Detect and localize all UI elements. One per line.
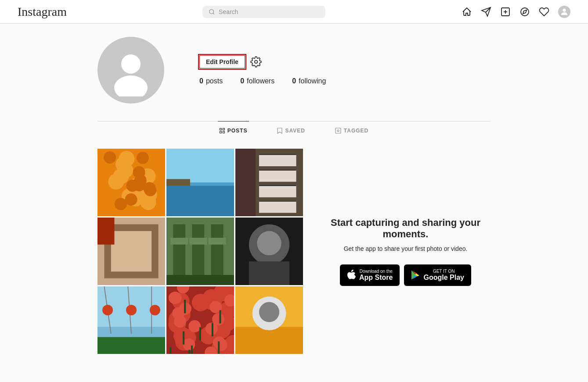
profile-main: POSTS SAVED TAGGED Start capturing and s… [89,121,499,354]
user-avatar[interactable] [558,6,570,18]
followers-count: 0 [240,77,244,85]
svg-rect-16 [220,132,221,133]
photo-6[interactable] [97,286,165,354]
cta-section: Start capturing and sharing your moments… [321,149,491,354]
svg-marker-8 [523,10,527,13]
search-icon [209,8,215,15]
posts-stat[interactable]: 0 posts [199,77,223,85]
following-label: following [299,77,326,85]
appstore-button[interactable]: Download on the App Store [340,264,400,286]
nav-icons [462,6,570,18]
photo-3[interactable] [97,218,165,285]
apple-icon [347,270,356,280]
svg-line-1 [213,13,215,14]
googleplay-big-text: Google Play [423,274,464,282]
photo-7[interactable] [166,286,234,354]
tab-saved[interactable]: SAVED [275,121,307,140]
photo-5[interactable] [235,218,303,285]
settings-button[interactable] [250,56,262,68]
grid-icon [220,128,225,133]
svg-point-0 [209,9,214,14]
posts-tab-label: POSTS [227,128,248,134]
profile-actions: Edit Profile [199,55,491,68]
content-area: Start capturing and sharing your moments… [97,149,491,354]
bookmark-icon [277,128,282,134]
edit-profile-button[interactable]: Edit Profile [199,55,245,68]
search-bar[interactable] [202,6,325,18]
photo-8[interactable] [235,286,303,354]
profile-header: Edit Profile 0 posts 0 followers [97,37,491,104]
svg-rect-18 [335,128,341,133]
tag-icon [335,128,341,134]
tabs-bar: POSTS SAVED TAGGED [97,121,491,140]
profile-stats: 0 posts 0 followers 0 following [199,77,491,85]
google-play-icon [411,270,420,280]
googleplay-small-text: GET IT ON [423,269,464,274]
following-count: 0 [292,77,296,85]
svg-point-9 [563,8,566,11]
posts-label: posts [206,77,223,85]
profile-avatar [97,37,164,104]
photo-2[interactable] [235,149,303,216]
followers-label: followers [247,77,274,85]
store-buttons: Download on the App Store GET IT ON Goog… [340,264,471,286]
svg-point-19 [337,130,339,132]
photo-grid [97,149,303,354]
appstore-big-text: App Store [359,274,393,282]
svg-point-7 [521,8,529,16]
profile-info: Edit Profile 0 posts 0 followers [199,55,491,85]
svg-point-11 [121,54,141,74]
svg-rect-14 [220,129,221,130]
tab-tagged[interactable]: TAGGED [333,121,370,140]
tagged-tab-label: TAGGED [344,128,368,134]
svg-point-13 [255,61,258,64]
svg-rect-17 [223,132,224,133]
followers-stat[interactable]: 0 followers [240,77,274,85]
photo-1[interactable] [166,149,234,216]
cta-title: Start capturing and sharing your moments… [329,217,482,240]
cta-subtitle: Get the app to share your first photo or… [344,245,468,252]
heart-icon[interactable] [539,7,549,17]
following-stat[interactable]: 0 following [292,77,326,85]
header: Instagram [0,0,588,24]
photo-0[interactable] [97,149,165,216]
posts-count: 0 [199,77,203,85]
gear-icon [250,56,262,68]
saved-tab-label: SAVED [285,128,305,134]
googleplay-button[interactable]: GET IT ON Google Play [404,264,471,286]
add-post-icon[interactable] [500,7,511,17]
explore-icon[interactable] [519,7,530,17]
profile-container: Edit Profile 0 posts 0 followers [89,24,499,104]
svg-rect-15 [223,129,224,130]
search-input[interactable] [219,8,319,15]
logo: Instagram [18,5,67,19]
tab-posts[interactable]: POSTS [218,121,249,140]
home-icon[interactable] [462,7,472,17]
appstore-small-text: Download on the [359,269,393,274]
send-icon[interactable] [481,7,491,17]
photo-4[interactable] [166,218,234,285]
